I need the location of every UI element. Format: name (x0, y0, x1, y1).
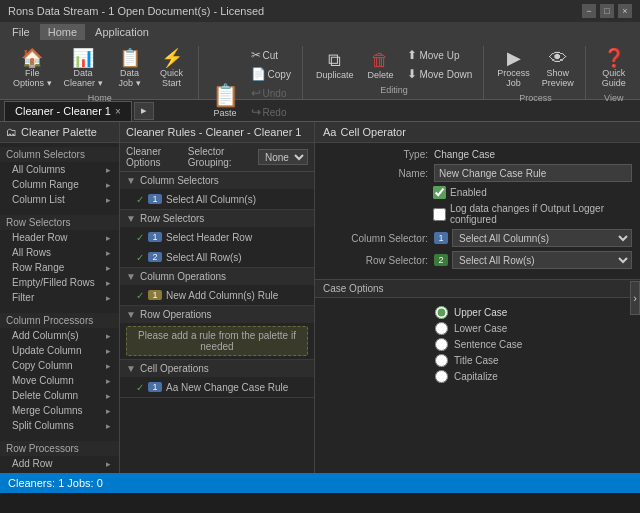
type-value: Change Case (434, 149, 495, 160)
radio-title-case-input[interactable] (435, 354, 448, 367)
check-icon: ✓ (136, 290, 144, 301)
ribbon-btn-cut[interactable]: ✂ Cut (246, 46, 296, 64)
rule-section-header-col[interactable]: ▼ Column Selectors (120, 172, 314, 189)
palette-item-move-column[interactable]: Move Column ▸ (0, 373, 119, 388)
ribbon-group-process: ▶ ProcessJob 👁 ShowPreview Process (488, 46, 586, 99)
ribbon-btn-move-up[interactable]: ⬆ Move Up (402, 46, 477, 64)
palette-item-delete-column[interactable]: Delete Column ▸ (0, 388, 119, 403)
close-button[interactable]: × (618, 4, 632, 18)
radio-lower-case-input[interactable] (435, 322, 448, 335)
ribbon-btn-delete[interactable]: 🗑 Delete (360, 48, 400, 83)
radio-title-case[interactable]: Title Case (435, 354, 632, 367)
ribbon-btn-data-cleaner[interactable]: 📊 DataCleaner ▾ (59, 46, 108, 91)
palette-item-column-range[interactable]: Column Range ▸ (0, 177, 119, 192)
minimize-button[interactable]: − (582, 4, 596, 18)
maximize-button[interactable]: □ (600, 4, 614, 18)
palette-item-empty-filled-rows[interactable]: Empty/Filled Rows ▸ (0, 275, 119, 290)
palette-item-add-columns[interactable]: Add Column(s) ▸ (0, 328, 119, 343)
radio-lower-case[interactable]: Lower Case (435, 322, 632, 335)
ribbon-btn-quick-guide[interactable]: ❓ QuickGuide (594, 46, 634, 91)
expand-icon: ▼ (126, 213, 136, 224)
radio-sentence-case-input[interactable] (435, 338, 448, 351)
enabled-checkbox-label: Enabled (433, 186, 487, 199)
form-row-row-selector: Row Selector: 2 Select All Row(s) (323, 251, 632, 269)
selector-grouping-select[interactable]: None (258, 149, 308, 165)
palette-item-update-column[interactable]: Update Column ▸ (0, 343, 119, 358)
ribbon-btn-show-preview[interactable]: 👁 ShowPreview (537, 46, 579, 91)
enabled-checkbox[interactable] (433, 186, 446, 199)
row-selector-select[interactable]: Select All Row(s) (452, 251, 632, 269)
rule-section-header-colop[interactable]: ▼ Column Operations (120, 268, 314, 285)
form-row-log: Log data changes if Output Logger config… (323, 203, 632, 225)
ribbon-btn-copy[interactable]: 📄 Copy (246, 65, 296, 83)
name-input[interactable] (434, 164, 632, 182)
tab-close-button[interactable]: × (115, 106, 121, 117)
status-text: Cleaners: 1 Jobs: 0 (8, 477, 103, 489)
rule-item-row-2[interactable]: ✓ 2 Select All Row(s) (120, 247, 314, 267)
ribbon-btn-undo[interactable]: ↩ Undo (246, 84, 296, 102)
ribbon-btn-file-options[interactable]: 🏠 FileOptions ▾ (8, 46, 57, 91)
ribbon-group-editing-label: Editing (311, 85, 477, 95)
operator-panel: Aa Cell Operator Type: Change Case Name:… (315, 122, 640, 473)
ribbon-btn-duplicate[interactable]: ⧉ Duplicate (311, 48, 359, 83)
palette-section-title-row: Row Selectors (0, 215, 119, 230)
rule-section-row-operations: ▼ Row Operations Please add a rule from … (120, 306, 314, 360)
rule-item-colop-1[interactable]: ✓ 1 New Add Column(s) Rule (120, 285, 314, 305)
operator-icon: Aa (323, 126, 336, 138)
menu-application[interactable]: Application (87, 24, 157, 40)
log-checkbox-label: Log data changes if Output Logger config… (433, 203, 632, 225)
rule-item-cellop-1[interactable]: ✓ 1 Aa New Change Case Rule (120, 377, 314, 397)
form-row-col-selector: Column Selector: 1 Select All Column(s) (323, 229, 632, 247)
tab-expand-button[interactable]: ▸ (134, 102, 154, 120)
ribbon-btn-data-job[interactable]: 📋 DataJob ▾ (110, 46, 150, 91)
palette-item-row-range[interactable]: Row Range ▸ (0, 260, 119, 275)
log-checkbox[interactable] (433, 208, 446, 221)
palette-item-header-row[interactable]: Header Row ▸ (0, 230, 119, 245)
redo-icon: ↪ (251, 105, 261, 119)
check-icon: ✓ (136, 252, 144, 263)
ribbon-btn-paste[interactable]: 📋 Paste (207, 82, 244, 121)
arrow-icon: ▸ (106, 331, 111, 341)
palette-item-add-row[interactable]: Add Row ▸ (0, 456, 119, 471)
rule-item-col-1[interactable]: ✓ 1 Select All Column(s) (120, 189, 314, 209)
ribbon-btn-redo[interactable]: ↪ Redo (246, 103, 296, 121)
palette-item-copy-column[interactable]: Copy Column ▸ (0, 358, 119, 373)
radio-capitalize[interactable]: Capitalize (435, 370, 632, 383)
ribbon-btn-move-down[interactable]: ⬇ Move Down (402, 65, 477, 83)
arrow-icon: ▸ (106, 346, 111, 356)
check-icon: ✓ (136, 232, 144, 243)
palette-item-column-list[interactable]: Column List ▸ (0, 192, 119, 207)
badge-cellop-1: 1 (148, 382, 162, 392)
ribbon-btn-process-job[interactable]: ▶ ProcessJob (492, 46, 535, 91)
ribbon-btn-quick-start[interactable]: ⚡ QuickStart (152, 46, 192, 91)
palette-item-all-columns[interactable]: All Columns ▸ (0, 162, 119, 177)
palette-item-delete-row[interactable]: Delete Row ▸ (0, 471, 119, 473)
quick-guide-icon: ❓ (603, 49, 625, 67)
rule-section-header-cellop[interactable]: ▼ Cell Operations (120, 360, 314, 377)
case-options-header: Case Options (315, 279, 640, 298)
palette-item-merge-columns[interactable]: Merge Columns ▸ (0, 403, 119, 418)
delete-icon: 🗑 (371, 51, 389, 69)
palette-item-all-rows[interactable]: All Rows ▸ (0, 245, 119, 260)
radio-sentence-case[interactable]: Sentence Case (435, 338, 632, 351)
form-row-name: Name: (323, 164, 632, 182)
rule-section-header-rowop[interactable]: ▼ Row Operations (120, 306, 314, 323)
palette-item-filter[interactable]: Filter ▸ (0, 290, 119, 305)
palette-item-split-columns[interactable]: Split Columns ▸ (0, 418, 119, 433)
rule-section-header-row[interactable]: ▼ Row Selectors (120, 210, 314, 227)
arrow-icon: ▸ (106, 459, 111, 469)
arrow-icon: ▸ (106, 195, 111, 205)
radio-capitalize-input[interactable] (435, 370, 448, 383)
col-selector-select[interactable]: Select All Column(s) (452, 229, 632, 247)
rule-item-row-1[interactable]: ✓ 1 Select Header Row (120, 227, 314, 247)
menu-home[interactable]: Home (40, 24, 85, 40)
badge-col-1: 1 (148, 194, 162, 204)
radio-upper-case[interactable]: Upper Case (435, 306, 632, 319)
tab-cleaner1[interactable]: Cleaner - Cleaner 1 × (4, 101, 132, 121)
ribbon-group-view-label: View (594, 93, 634, 103)
badge-row-2: 2 (148, 252, 162, 262)
right-expand-button[interactable]: › (630, 281, 640, 315)
form-row-type: Type: Change Case (323, 149, 632, 160)
menu-file[interactable]: File (4, 24, 38, 40)
radio-upper-case-input[interactable] (435, 306, 448, 319)
